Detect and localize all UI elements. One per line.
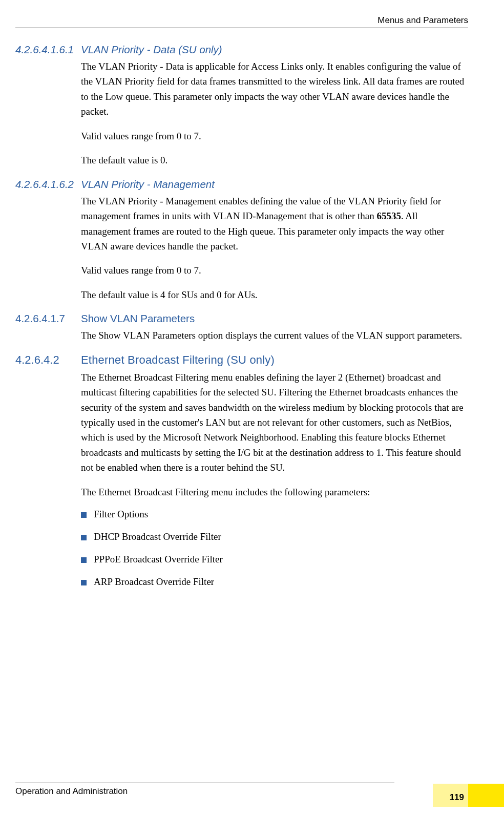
bullet-icon	[81, 535, 87, 540]
list-item: PPPoE Broadcast Override Filter	[81, 554, 468, 565]
body-paragraph: Valid values range from 0 to 7.	[81, 129, 468, 143]
page-number: 119	[450, 792, 464, 803]
bullet-icon	[81, 557, 87, 563]
body-paragraph: The default value is 4 for SUs and 0 for…	[81, 287, 468, 302]
body-paragraph: The VLAN Priority - Data is applicable f…	[81, 59, 468, 119]
list-item: Filter Options	[81, 509, 468, 520]
section-title: VLAN Priority - Data (SU only)	[81, 43, 222, 56]
body-paragraph: The Ethernet Broadcast Filtering menu en…	[81, 370, 468, 475]
section-number: 4.2.6.4.1.7	[15, 311, 81, 325]
list-item: ARP Broadcast Override Filter	[81, 576, 468, 588]
footer-text: Operation and Administration	[15, 786, 473, 797]
section-title: Show VLAN Parameters	[81, 311, 195, 325]
bullet-icon	[81, 580, 87, 585]
bullet-list: Filter Options DHCP Broadcast Override F…	[81, 509, 468, 588]
section-number: 4.2.6.4.2	[15, 352, 81, 367]
footer-divider	[15, 783, 394, 783]
list-item-label: DHCP Broadcast Override Filter	[94, 531, 221, 542]
section-number: 4.2.6.4.1.6.1	[15, 43, 81, 56]
body-paragraph: Valid values range from 0 to 7.	[81, 263, 468, 278]
bold-text: 65535	[376, 211, 401, 221]
body-paragraph: The VLAN Priority - Management enables d…	[81, 194, 468, 254]
footer-accent	[468, 784, 504, 807]
body-paragraph: The default value is 0.	[81, 153, 468, 167]
body-paragraph: The Ethernet Broadcast Filtering menu in…	[81, 485, 468, 499]
section-number: 4.2.6.4.1.6.2	[15, 177, 81, 191]
bullet-icon	[81, 512, 87, 518]
list-item-label: ARP Broadcast Override Filter	[94, 576, 214, 588]
body-paragraph: The Show VLAN Parameters option displays…	[81, 328, 468, 343]
list-item: DHCP Broadcast Override Filter	[81, 531, 468, 542]
list-item-label: Filter Options	[94, 509, 148, 520]
header-chapter: Menus and Parameters	[15, 15, 468, 28]
section-title: Ethernet Broadcast Filtering (SU only)	[81, 352, 275, 367]
page-footer: Operation and Administration	[15, 783, 473, 797]
list-item-label: PPPoE Broadcast Override Filter	[94, 554, 223, 565]
section-title: VLAN Priority - Management	[81, 177, 215, 191]
